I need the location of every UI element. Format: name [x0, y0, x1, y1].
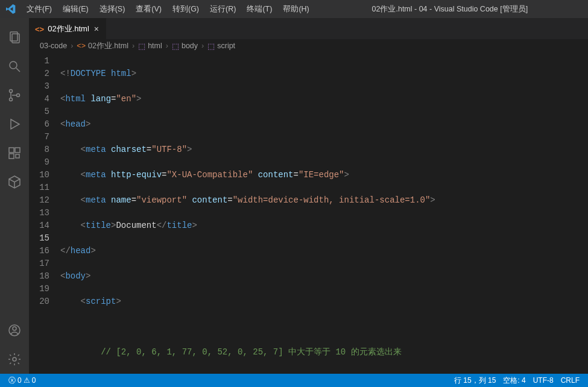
menu-bar: 文件(F) 编辑(E) 选择(S) 查看(V) 转到(G) 运行(R) 终端(T… — [22, 2, 314, 17]
breadcrumb-root[interactable]: 03-code — [40, 42, 67, 50]
menu-edit[interactable]: 编辑(E) — [58, 2, 93, 17]
breadcrumb-sym-html[interactable]: ⬚html — [138, 42, 162, 51]
svg-point-13 — [13, 357, 16, 361]
cube-icon[interactable] — [0, 168, 29, 197]
search-icon[interactable] — [0, 52, 29, 81]
error-icon: ⓧ — [8, 376, 16, 386]
menu-select[interactable]: 选择(S) — [95, 2, 130, 17]
svg-point-6 — [17, 94, 20, 97]
svg-rect-9 — [9, 154, 14, 159]
code-editor[interactable]: 1234567891011121314151617181920 <!DOCTYP… — [29, 52, 588, 374]
symbol-icon: ⬚ — [207, 42, 215, 51]
status-warnings-count: 0 — [32, 376, 36, 385]
menu-file[interactable]: 文件(F) — [22, 2, 57, 17]
tab-filename: 02作业.html — [48, 24, 89, 34]
status-bar: ⓧ0 ⚠0 行 15，列 15 空格: 4 UTF-8 CRLF — [0, 374, 588, 387]
settings-gear-icon[interactable] — [0, 345, 29, 374]
symbol-icon: ⬚ — [172, 42, 179, 51]
breadcrumb-label: html — [148, 42, 162, 50]
menu-run[interactable]: 运行(R) — [205, 2, 241, 17]
svg-line-3 — [16, 68, 20, 72]
status-errors-count: 0 — [17, 376, 22, 385]
source-control-icon[interactable] — [0, 81, 29, 110]
vscode-logo-icon — [5, 3, 17, 15]
menu-view[interactable]: 查看(V) — [131, 2, 166, 17]
close-icon[interactable]: × — [93, 24, 100, 34]
svg-point-2 — [10, 61, 17, 69]
activity-bar — [0, 18, 29, 374]
html-file-icon: <> — [35, 25, 44, 34]
line-number-gutter: 1234567891011121314151617181920 — [29, 52, 60, 374]
chevron-right-icon: › — [165, 42, 169, 50]
breadcrumb-file[interactable]: <>02作业.html — [77, 41, 128, 51]
run-debug-icon[interactable] — [0, 110, 29, 139]
tab-file[interactable]: <> 02作业.html × — [29, 18, 107, 39]
title-bar: 文件(F) 编辑(E) 选择(S) 查看(V) 转到(G) 运行(R) 终端(T… — [0, 0, 588, 18]
chevron-right-icon: › — [200, 42, 205, 50]
breadcrumbs[interactable]: 03-code › <>02作业.html › ⬚html › ⬚body › … — [29, 39, 588, 52]
status-cursor-position[interactable]: 行 15，列 15 — [450, 376, 499, 386]
menu-terminal[interactable]: 终端(T) — [242, 2, 277, 17]
code-content[interactable]: <!DOCTYPE html> <html lang="en"> <head> … — [60, 52, 588, 374]
svg-point-12 — [13, 327, 16, 330]
warning-icon: ⚠ — [24, 376, 30, 385]
svg-rect-10 — [16, 154, 19, 158]
breadcrumb-label: script — [217, 42, 235, 50]
status-errors[interactable]: ⓧ0 ⚠0 — [5, 376, 39, 386]
breadcrumb-file-label: 02作业.html — [88, 41, 128, 51]
svg-rect-7 — [9, 148, 14, 153]
breadcrumb-sym-body[interactable]: ⬚body — [172, 42, 198, 51]
symbol-icon: ⬚ — [138, 42, 145, 51]
menu-goto[interactable]: 转到(G) — [168, 2, 204, 17]
main-area: <> 02作业.html × 03-code › <>02作业.html › ⬚… — [0, 18, 588, 374]
accounts-icon[interactable] — [0, 316, 29, 345]
svg-point-4 — [10, 90, 13, 93]
breadcrumb-label: body — [182, 42, 198, 50]
window-title: 02作业.html - 04 - Visual Studio Code [管理员… — [317, 4, 583, 14]
chevron-right-icon: › — [69, 42, 74, 50]
menu-help[interactable]: 帮助(H) — [278, 2, 314, 17]
editor-area: <> 02作业.html × 03-code › <>02作业.html › ⬚… — [29, 18, 588, 374]
breadcrumb-sym-script[interactable]: ⬚script — [207, 42, 235, 51]
status-encoding[interactable]: UTF-8 — [530, 376, 557, 385]
chevron-right-icon: › — [131, 42, 136, 50]
html-file-icon: <> — [77, 42, 86, 50]
svg-rect-8 — [15, 148, 20, 153]
tab-bar: <> 02作业.html × — [29, 18, 588, 39]
status-indentation[interactable]: 空格: 4 — [499, 376, 529, 386]
svg-point-5 — [10, 98, 13, 101]
status-eol[interactable]: CRLF — [557, 376, 583, 385]
extensions-icon[interactable] — [0, 139, 29, 168]
explorer-icon[interactable] — [0, 23, 29, 52]
